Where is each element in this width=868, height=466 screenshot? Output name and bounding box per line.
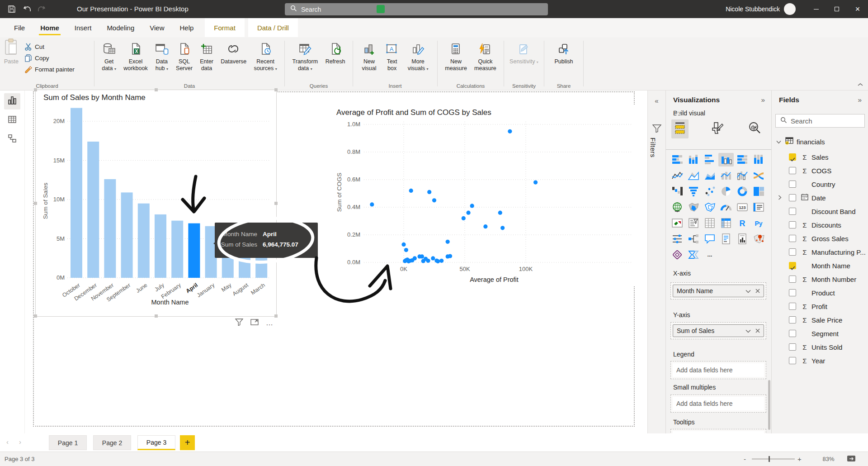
prev-page-icon[interactable]: ‹ bbox=[6, 438, 9, 446]
field-row-date[interactable]: Date bbox=[772, 191, 868, 204]
viz-type-line-and-clustered-column-chart-icon[interactable] bbox=[735, 169, 750, 182]
viz-type-scatter-chart-icon[interactable] bbox=[702, 185, 717, 198]
field-checkbox[interactable] bbox=[789, 357, 796, 364]
get-data-button[interactable]: Getdata ▾ bbox=[102, 37, 116, 72]
chevron-down-icon[interactable] bbox=[776, 138, 783, 145]
field-row-units-sold[interactable]: ΣUnits Sold bbox=[772, 340, 868, 354]
page-tab-page-1[interactable]: Page 1 bbox=[49, 435, 87, 450]
contextual-tab-format[interactable]: Format bbox=[205, 18, 245, 37]
field-checkbox[interactable] bbox=[789, 194, 796, 201]
remove-field-icon[interactable] bbox=[755, 327, 760, 334]
field-checkbox[interactable] bbox=[789, 303, 796, 310]
bar-chart[interactable]: Sum of Sales by Month Name0M5M10M15M20MS… bbox=[36, 90, 276, 318]
field-checkbox[interactable] bbox=[789, 221, 796, 228]
save-icon[interactable] bbox=[6, 4, 17, 14]
viz-type-stacked-column-chart-icon[interactable] bbox=[686, 153, 701, 166]
field-checkbox[interactable] bbox=[789, 208, 796, 215]
well-y-axis[interactable]: Sum of Sales bbox=[670, 322, 766, 339]
viz-type-paginated-report-icon[interactable] bbox=[735, 232, 750, 246]
field-checkbox[interactable] bbox=[789, 167, 796, 174]
viz-type-qa-visual-icon[interactable] bbox=[702, 232, 717, 246]
chevron-right-icon[interactable] bbox=[778, 195, 785, 201]
viz-type-area-chart-icon[interactable] bbox=[686, 169, 701, 182]
data-hub-button[interactable]: Datahub ▾ bbox=[155, 37, 169, 72]
zoom-slider-handle[interactable] bbox=[769, 456, 770, 462]
viz-type-decomposition-tree-icon[interactable] bbox=[686, 232, 701, 246]
collapse-visualizations-icon[interactable]: » bbox=[761, 96, 765, 104]
viz-type-stacked-bar-chart-icon[interactable] bbox=[670, 153, 685, 166]
format-painter-button[interactable]: Format painter bbox=[24, 64, 75, 75]
field-row-gross-sales[interactable]: ΣGross Sales bbox=[772, 232, 868, 245]
format-visual-tab[interactable] bbox=[708, 119, 726, 138]
table-financials[interactable]: financials bbox=[776, 136, 825, 147]
viz-type-100-stacked-bar-chart-icon[interactable] bbox=[735, 153, 750, 166]
field-checkbox[interactable] bbox=[789, 153, 796, 161]
transform-data-button[interactable]: Transformdata ▾ bbox=[292, 37, 318, 72]
avatar[interactable] bbox=[784, 3, 796, 15]
viz-type-clustered-bar-chart-icon[interactable] bbox=[702, 153, 717, 166]
field-checkbox[interactable] bbox=[789, 181, 796, 188]
viz-type-map-icon[interactable] bbox=[670, 200, 685, 214]
resize-handle[interactable] bbox=[34, 314, 37, 318]
field-pill[interactable]: Sum of Sales bbox=[673, 324, 764, 337]
report-view-button[interactable] bbox=[4, 93, 20, 109]
minimize-button[interactable] bbox=[806, 0, 826, 18]
recent-sources-button[interactable]: Recentsources ▾ bbox=[254, 37, 277, 72]
filters-pane-label[interactable]: Filters bbox=[649, 138, 657, 157]
chevron-down-icon[interactable] bbox=[745, 327, 751, 334]
new-page-button[interactable]: + bbox=[180, 435, 195, 450]
zoom-in-button[interactable]: + bbox=[797, 455, 802, 463]
field-checkbox[interactable] bbox=[789, 316, 796, 323]
fit-to-page-icon[interactable] bbox=[847, 455, 856, 464]
resize-handle[interactable] bbox=[155, 88, 158, 91]
viz-type-line-chart-icon[interactable] bbox=[670, 169, 685, 182]
new-visual-button[interactable]: Newvisual bbox=[362, 37, 377, 72]
search-input[interactable]: Search bbox=[285, 3, 548, 15]
field-row-sale-price[interactable]: ΣSale Price bbox=[772, 313, 868, 327]
viz-type-donut-chart-icon[interactable] bbox=[735, 185, 750, 198]
maximize-button[interactable] bbox=[826, 0, 847, 18]
more-visuals-button[interactable]: Morevisuals ▾ bbox=[408, 37, 429, 72]
chevron-down-icon[interactable] bbox=[745, 287, 751, 295]
refresh-button[interactable]: Refresh bbox=[326, 37, 345, 72]
quick-measure-button[interactable]: Quickmeasure bbox=[474, 37, 496, 72]
text-box-button[interactable]: ATextbox bbox=[385, 37, 399, 72]
filter-icon[interactable] bbox=[235, 319, 243, 328]
visualizations-scrollbar[interactable] bbox=[768, 380, 770, 430]
field-row-discounts[interactable]: ΣDiscounts bbox=[772, 218, 868, 232]
viz-type-arcgis-map-icon[interactable] bbox=[751, 232, 766, 246]
scatter-chart-visual[interactable]: Average of Profit and Sum of COGS by Sal… bbox=[332, 105, 635, 286]
viz-type-power-automate-icon[interactable] bbox=[686, 248, 701, 262]
page-tab-page-2[interactable]: Page 2 bbox=[93, 435, 131, 450]
report-canvas[interactable]: Sum of Sales by Month Name0M5M10M15M20MS… bbox=[25, 90, 647, 433]
viz-type-waterfall-chart-icon[interactable] bbox=[670, 185, 685, 198]
field-checkbox[interactable] bbox=[789, 276, 796, 283]
page-tab-page-3[interactable]: Page 3 bbox=[137, 435, 175, 450]
viz-type-matrix-icon[interactable] bbox=[718, 216, 734, 230]
new-measure-button[interactable]: Newmeasure bbox=[445, 37, 467, 72]
resize-handle[interactable] bbox=[274, 314, 278, 318]
viz-type-kpi-icon[interactable] bbox=[670, 216, 685, 230]
viz-type-r-script-visual-icon[interactable]: R bbox=[735, 216, 750, 230]
field-row-manufacturing-p-[interactable]: ΣManufacturing P... bbox=[772, 245, 868, 259]
field-row-month-number[interactable]: ΣMonth Number bbox=[772, 272, 868, 286]
close-button[interactable]: × bbox=[847, 0, 868, 18]
redo-icon[interactable] bbox=[36, 4, 47, 14]
viz-type-python-visual-icon[interactable]: Py bbox=[751, 216, 766, 230]
fields-search-input[interactable]: Search bbox=[775, 114, 865, 128]
model-view-button[interactable] bbox=[4, 131, 20, 147]
field-checkbox[interactable] bbox=[789, 330, 796, 337]
field-row-month-name[interactable]: Month Name bbox=[772, 259, 868, 272]
field-checkbox[interactable] bbox=[789, 262, 796, 269]
resize-handle[interactable] bbox=[274, 202, 278, 205]
focus-mode-icon[interactable] bbox=[250, 319, 259, 328]
viz-type-clustered-column-chart-icon[interactable] bbox=[718, 153, 734, 166]
well-x-axis[interactable]: Month Name bbox=[670, 282, 766, 300]
collapse-ribbon-icon[interactable] bbox=[857, 81, 863, 89]
next-page-icon[interactable]: › bbox=[19, 438, 21, 446]
viz-type-treemap-icon[interactable] bbox=[751, 185, 766, 198]
field-checkbox[interactable] bbox=[789, 289, 796, 296]
viz-type-shape-map-icon[interactable] bbox=[702, 200, 717, 214]
menu-item-view[interactable]: View bbox=[142, 18, 172, 37]
resize-handle[interactable] bbox=[274, 88, 278, 91]
